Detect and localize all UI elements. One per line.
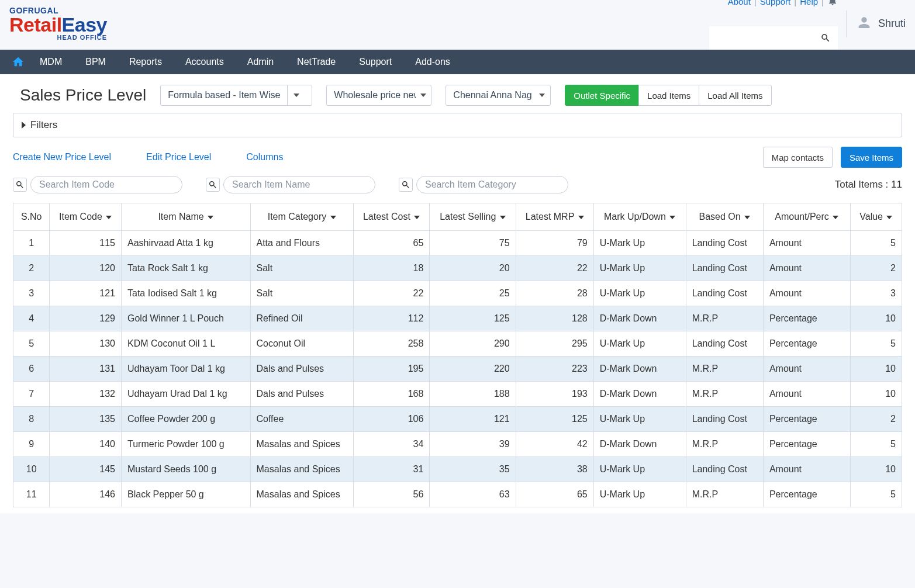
sort-icon (886, 216, 892, 219)
select-outlet-value: Chennai Anna Nag (446, 90, 534, 101)
link-help[interactable]: Help (800, 0, 818, 6)
cell: Landing Cost (686, 331, 763, 357)
nav-item-bpm[interactable]: BPM (74, 50, 118, 74)
nav-item-nettrade[interactable]: NetTrade (285, 50, 347, 74)
table-row[interactable]: 6131Udhayam Toor Dal 1 kgDals and Pulses… (13, 357, 902, 382)
col-header[interactable]: Item Name (122, 203, 250, 231)
cell: 2 (850, 256, 902, 281)
cell: 65 (353, 231, 430, 256)
filters-panel[interactable]: Filters (13, 113, 902, 137)
table-row[interactable]: 3121Tata Iodised Salt 1 kgSalt222528U-Ma… (13, 281, 902, 306)
col-header[interactable]: Amount/Perc (763, 203, 850, 231)
cell: Tata Iodised Salt 1 kg (122, 281, 250, 306)
cell: Aashirvaad Atta 1 kg (122, 231, 250, 256)
cell: 20 (430, 256, 516, 281)
nav-item-accounts[interactable]: Accounts (174, 50, 236, 74)
col-header[interactable]: Value (850, 203, 902, 231)
search-item-category-input[interactable] (416, 176, 568, 193)
cell: 121 (430, 407, 516, 432)
nav-item-add-ons[interactable]: Add-ons (403, 50, 462, 74)
col-header[interactable]: Based On (686, 203, 763, 231)
cell: Udhayam Toor Dal 1 kg (122, 357, 250, 382)
cell: 258 (353, 331, 430, 357)
table-row[interactable]: 4129Gold Winner 1 L PouchRefined Oil1121… (13, 306, 902, 331)
search-icon[interactable] (206, 178, 220, 192)
cell: 22 (353, 281, 430, 306)
nav-item-reports[interactable]: Reports (118, 50, 174, 74)
sort-icon (208, 216, 213, 219)
cell: 129 (50, 306, 122, 331)
logo-wordmark: RetailEasy (9, 15, 107, 36)
col-header[interactable]: Latest Selling (430, 203, 516, 231)
total-items-label: Total Items : (835, 179, 891, 190)
select-outlet[interactable]: Chennai Anna Nag (446, 85, 551, 106)
cell: 140 (50, 432, 122, 457)
col-header[interactable]: Mark Up/Down (593, 203, 686, 231)
user-menu[interactable]: Shruti (846, 11, 906, 37)
cell: 130 (50, 331, 122, 357)
search-item-code-input[interactable] (30, 176, 182, 193)
notifications-button[interactable]: 7 (827, 0, 838, 8)
table-row[interactable]: 11146Black Pepper 50 gMasalas and Spices… (13, 482, 902, 507)
link-create-price-level[interactable]: Create New Price Level (13, 152, 111, 162)
cell: 131 (50, 357, 122, 382)
col-header[interactable]: Latest Cost (353, 203, 430, 231)
cell: U-Mark Up (593, 482, 686, 507)
table-row[interactable]: 10145Mustard Seeds 100 gMasalas and Spic… (13, 457, 902, 482)
select-method[interactable]: Formula based - Item Wise (160, 85, 312, 106)
table-row[interactable]: 8135Coffee Powder 200 gCoffee106121125U-… (13, 407, 902, 432)
nav-item-admin[interactable]: Admin (236, 50, 285, 74)
map-contacts-button[interactable]: Map contacts (763, 147, 833, 168)
cell: 10 (13, 457, 50, 482)
cell: M.R.P (686, 306, 763, 331)
col-header[interactable]: Latest MRP (516, 203, 593, 231)
table-row[interactable]: 9140Turmeric Powder 100 gMasalas and Spi… (13, 432, 902, 457)
cell: 146 (50, 482, 122, 507)
cell: Coffee Powder 200 g (122, 407, 250, 432)
cell: 10 (850, 306, 902, 331)
col-header[interactable]: Item Category (250, 203, 353, 231)
cell: Refined Oil (250, 306, 353, 331)
link-support[interactable]: Support (760, 0, 791, 6)
link-columns[interactable]: Columns (246, 152, 283, 162)
save-items-button[interactable]: Save Items (841, 147, 902, 168)
cell: 5 (13, 331, 50, 357)
search-icon[interactable] (13, 178, 27, 192)
load-all-items-button[interactable]: Load All Items (699, 85, 771, 106)
cell: 132 (50, 382, 122, 407)
cell: 56 (353, 482, 430, 507)
cell: 1 (13, 231, 50, 256)
table-row[interactable]: 7132Udhayam Urad Dal 1 kgDals and Pulses… (13, 382, 902, 407)
table-row[interactable]: 5130KDM Coconut Oil 1 LCoconut Oil258290… (13, 331, 902, 357)
link-edit-price-level[interactable]: Edit Price Level (146, 152, 211, 162)
sort-icon (414, 216, 420, 219)
outlet-specific-button[interactable]: Outlet Specific (565, 85, 639, 106)
bell-icon (827, 0, 838, 6)
logo-word-easy: Easy (62, 13, 107, 36)
link-about[interactable]: About (728, 0, 751, 6)
select-price-level[interactable]: Wholesale price new (326, 85, 431, 106)
table-row[interactable]: 2120Tata Rock Salt 1 kgSalt182022U-Mark … (13, 256, 902, 281)
col-header[interactable]: Item Code (50, 203, 122, 231)
search-icon[interactable] (399, 178, 413, 192)
nav-home[interactable] (8, 50, 28, 74)
cell: 11 (13, 482, 50, 507)
cell: Landing Cost (686, 256, 763, 281)
cell: 75 (430, 231, 516, 256)
cell: D-Mark Down (593, 306, 686, 331)
cell: 121 (50, 281, 122, 306)
cell: 5 (850, 231, 902, 256)
cell: Coffee (250, 407, 353, 432)
cell: 125 (430, 306, 516, 331)
cell: 8 (13, 407, 50, 432)
search-item-name-input[interactable] (223, 176, 375, 193)
table-row[interactable]: 1115Aashirvaad Atta 1 kgAtta and Flours6… (13, 231, 902, 256)
nav-item-support[interactable]: Support (347, 50, 403, 74)
cell: Percentage (763, 331, 850, 357)
nav-item-mdm[interactable]: MDM (28, 50, 74, 74)
cell: 5 (850, 482, 902, 507)
col-header[interactable]: S.No (13, 203, 50, 231)
cell: 2 (850, 407, 902, 432)
load-items-button[interactable]: Load Items (638, 85, 699, 106)
global-search[interactable] (709, 26, 838, 50)
